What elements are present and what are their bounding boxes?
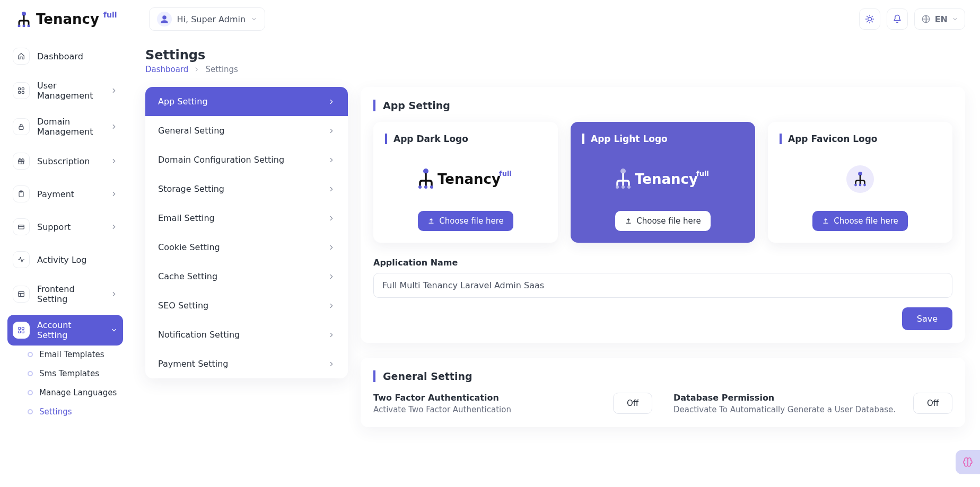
settings-nav-email[interactable]: Email Setting [145,203,348,233]
layout-icon [13,286,30,303]
settings-nav-domain-config[interactable]: Domain Configuration Setting [145,145,348,174]
chevron-right-icon [328,156,335,164]
settings-nav-label: Payment Setting [158,359,228,369]
chevron-right-icon [110,87,118,94]
chevron-right-icon [328,331,335,339]
svg-point-30 [622,185,625,189]
upload-icon [625,217,632,225]
svg-rect-11 [19,126,23,129]
settings-nav-cache[interactable]: Cache Setting [145,262,348,291]
chevron-right-icon [194,66,200,73]
svg-point-5 [868,17,871,21]
help-fab[interactable] [956,450,980,474]
theme-toggle[interactable] [859,8,880,30]
settings-nav-label: Email Setting [158,213,215,223]
user-greeting: Hi, Super Admin [177,14,246,24]
choose-file-dark[interactable]: Choose file here [418,211,513,231]
sidebar-item-label: Subscription [37,156,90,166]
breadcrumb-root[interactable]: Dashboard [145,65,188,74]
chevron-right-icon [110,223,118,231]
svg-point-1 [18,25,21,28]
svg-rect-9 [19,91,21,93]
twofa-toggle[interactable]: Off [613,393,652,414]
sidebar-sub-manage-languages[interactable]: Manage Languages [28,388,123,397]
choose-file-favicon[interactable]: Choose file here [812,211,908,231]
svg-point-23 [418,185,422,189]
settings-nav-payment[interactable]: Payment Setting [145,349,348,378]
dbperm-title: Database Permission [673,393,896,403]
svg-rect-7 [19,88,21,90]
svg-text:full: full [499,170,512,178]
dot-icon [28,371,33,376]
globe-icon [921,14,931,24]
sidebar-submenu: Email Templates Sms Templates Manage Lan… [7,350,123,417]
settings-nav-label: Cache Setting [158,271,217,281]
sidebar-item-payment[interactable]: Payment [7,180,123,208]
settings-nav-cookie[interactable]: Cookie Setting [145,233,348,262]
sidebar-item-subscription[interactable]: Subscription [7,147,123,175]
chevron-right-icon [110,290,118,298]
sidebar-item-frontend-setting[interactable]: Frontend Setting [7,279,123,309]
language-code: EN [935,14,948,24]
sidebar-item-dashboard[interactable]: Dashboard [7,42,123,70]
settings-nav-notification[interactable]: Notification Setting [145,320,348,349]
svg-point-37 [863,184,866,187]
svg-rect-19 [22,327,24,330]
settings-nav-label: Notification Setting [158,330,240,340]
choose-file-light[interactable]: Choose file here [615,211,711,231]
choose-file-label: Choose file here [439,216,504,226]
settings-nav-general[interactable]: General Setting [145,116,348,145]
settings-nav-label: Domain Configuration Setting [158,155,284,165]
sidebar-sub-label: Manage Languages [39,388,117,397]
user-menu[interactable]: Hi, Super Admin [149,7,266,31]
svg-point-2 [23,25,25,28]
settings-nav-app[interactable]: App Setting [145,87,348,116]
sidebar-item-account-setting[interactable]: Account Setting [7,315,123,346]
page-title: Settings [145,48,965,63]
sidebar-item-label: Account Setting [37,320,103,340]
svg-point-36 [859,184,862,187]
choose-file-label: Choose file here [636,216,701,226]
chevron-down-icon [110,326,118,334]
card-title: App Favicon Logo [780,134,941,144]
card-icon [13,218,30,235]
chevron-right-icon [110,190,118,198]
svg-text:full: full [696,170,709,178]
settings-nav-storage[interactable]: Storage Setting [145,174,348,203]
card-title: App Dark Logo [385,134,546,144]
chevron-right-icon [328,302,335,309]
twofa-desc: Activate Two Factor Authentication [373,405,511,414]
dot-icon [28,352,33,357]
language-selector[interactable]: EN [914,8,965,30]
sidebar-item-label: Frontend Setting [37,284,103,304]
chevron-right-icon [328,185,335,193]
save-button[interactable]: Save [902,307,952,330]
twofa-title: Two Factor Authentication [373,393,511,403]
light-logo-card: App Light Logo Tenancyfull Choose file h… [571,122,755,243]
dbperm-toggle[interactable]: Off [913,393,952,414]
breadcrumb: Dashboard Settings [145,65,965,74]
svg-point-25 [430,185,433,189]
upload-icon [427,217,435,225]
sidebar-item-activity-log[interactable]: Activity Log [7,246,123,273]
brand-logo[interactable]: Tenancyfull [15,11,117,27]
sidebar-item-label: Domain Management [37,117,103,137]
sidebar-sub-email-templates[interactable]: Email Templates [28,350,123,359]
clipboard-icon [13,185,30,202]
settings-nav-label: General Setting [158,126,224,136]
grid-icon [13,82,30,99]
sidebar-sub-label: Sms Templates [39,369,99,378]
brand-sup: full [103,11,117,19]
chevron-down-icon [251,14,257,24]
sidebar-item-domain-management[interactable]: Domain Management [7,111,123,142]
upload-icon [822,217,829,225]
notifications-button[interactable] [887,8,908,30]
app-name-input[interactable] [373,273,952,298]
sidebar-sub-settings[interactable]: Settings [28,407,123,417]
settings-nav-seo[interactable]: SEO Setting [145,291,348,320]
sidebar-sub-sms-templates[interactable]: Sms Templates [28,369,123,378]
gift-icon [13,153,30,170]
sidebar-item-support[interactable]: Support [7,213,123,241]
sidebar-item-user-management[interactable]: User Management [7,75,123,106]
svg-text:Tenancy: Tenancy [635,171,698,187]
